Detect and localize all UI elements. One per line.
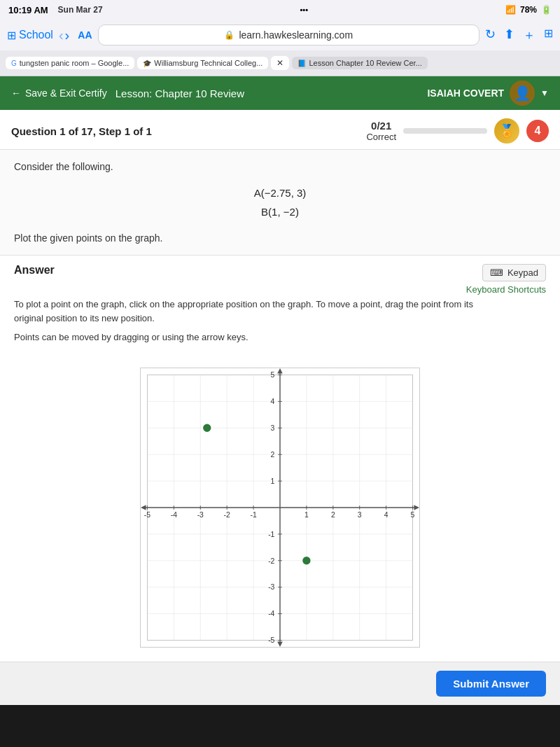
point-a: A(−2.75, 3) xyxy=(14,183,546,202)
battery-icon: 🔋 xyxy=(541,5,552,15)
lesson-title: Lesson: Chapter 10 Review xyxy=(115,88,244,99)
plot-instruction: Plot the given points on the graph. xyxy=(14,232,546,244)
lesson-tab-icon: 📘 xyxy=(298,60,306,67)
forward-button[interactable]: › xyxy=(65,27,70,43)
browser-toolbar: ⊞ School ‹ › AA 🔒 learn.hawkeslearning.c… xyxy=(0,20,560,50)
school-back-button[interactable]: ⊞ School xyxy=(7,29,53,42)
point-b-dot[interactable] xyxy=(302,556,311,565)
back-button[interactable]: ‹ xyxy=(59,27,64,43)
y-axis-down-arrow xyxy=(277,641,283,647)
hearts-badge: 4 xyxy=(526,120,549,142)
svg-text:-3: -3 xyxy=(268,584,274,592)
question-info: Question 1 of 17, Step 1 of 1 xyxy=(11,125,152,137)
tab-lesson-label: Lesson Chapter 10 Review Cer... xyxy=(309,59,421,67)
status-time: 10:19 AM xyxy=(8,5,48,15)
lock-icon: 🔒 xyxy=(224,30,234,40)
browser-chrome: ⊞ School ‹ › AA 🔒 learn.hawkeslearning.c… xyxy=(0,20,560,76)
svg-text:5: 5 xyxy=(411,511,415,519)
keyboard-shortcuts-link[interactable]: Keyboard Shortcuts xyxy=(466,284,546,295)
answer-header: Answer ⌨ Keypad Keyboard Shortcuts xyxy=(14,264,546,295)
graph-container[interactable]: x y -5 -4 -3 -2 -1 1 2 3 xyxy=(0,361,560,662)
score-display: 0/21 Correct xyxy=(366,120,396,142)
svg-text:2: 2 xyxy=(331,511,335,519)
user-name: ISAIAH COVERT xyxy=(427,88,504,99)
save-exit-button[interactable]: ← Save & Exit Certify xyxy=(11,88,107,99)
points-list: A(−2.75, 3) B(1, −2) xyxy=(14,183,546,221)
svg-text:-5: -5 xyxy=(144,511,150,519)
svg-text:-4: -4 xyxy=(268,610,274,617)
coordinate-graph[interactable]: x y -5 -4 -3 -2 -1 1 2 3 xyxy=(140,368,420,648)
submit-answer-button[interactable]: Submit Answer xyxy=(436,671,546,697)
williamsburg-tab-icon: 🎓 xyxy=(143,60,151,67)
question-body: Consider the following. A(−2.75, 3) B(1,… xyxy=(0,150,560,256)
header-right: ISAIAH COVERT 👤 ▼ xyxy=(427,81,549,106)
svg-text:5: 5 xyxy=(271,371,275,379)
instructions-text: To plot a point on the graph, click on t… xyxy=(14,298,490,325)
save-exit-label: Save & Exit Certify xyxy=(25,88,107,99)
keypad-icon: ⌨ xyxy=(490,267,503,278)
tabs-bar: G tungsten panic room – Google... 🎓 Will… xyxy=(0,50,560,76)
svg-text:-5: -5 xyxy=(268,636,274,644)
browser-actions: ↻ ⬆ ＋ ⊞ xyxy=(485,27,553,43)
google-tab-icon: G xyxy=(11,60,17,67)
wifi-icon: 📶 xyxy=(505,5,516,15)
main-content: Question 1 of 17, Step 1 of 1 0/21 Corre… xyxy=(0,110,560,705)
new-tab-button[interactable]: ＋ xyxy=(523,27,536,43)
refresh-button[interactable]: ↻ xyxy=(485,27,496,43)
submit-section: Submit Answer xyxy=(0,662,560,705)
answer-label: Answer xyxy=(14,264,55,277)
svg-text:-1: -1 xyxy=(250,511,256,519)
svg-text:-3: -3 xyxy=(197,511,204,519)
keypad-label: Keypad xyxy=(507,267,538,278)
point-a-dot[interactable] xyxy=(202,424,211,433)
answer-tools: ⌨ Keypad Keyboard Shortcuts xyxy=(466,264,546,295)
y-axis-up-arrow xyxy=(277,368,283,374)
svg-text:1: 1 xyxy=(304,511,309,519)
score-label: Correct xyxy=(366,132,396,142)
svg-text:3: 3 xyxy=(358,511,362,519)
tabs-button[interactable]: ⊞ xyxy=(544,27,553,43)
consider-text: Consider the following. xyxy=(14,161,546,172)
tab-google-label: tungsten panic room – Google... xyxy=(20,59,130,67)
svg-text:-2: -2 xyxy=(268,557,274,565)
question-header: Question 1 of 17, Step 1 of 1 0/21 Corre… xyxy=(0,110,560,150)
user-avatar: 👤 xyxy=(510,81,535,106)
x-axis-left-arrow xyxy=(141,505,146,510)
back-arrow-icon: ← xyxy=(11,88,21,99)
close-tab-icon: ✕ xyxy=(276,58,284,68)
battery-percent: 78% xyxy=(520,5,537,15)
heart-count: 4 xyxy=(535,125,541,137)
score-value: 0/21 xyxy=(366,120,396,132)
share-button[interactable]: ⬆ xyxy=(504,27,514,43)
tab-google[interactable]: G tungsten panic room – Google... xyxy=(6,57,134,69)
answer-section: Answer ⌨ Keypad Keyboard Shortcuts To pl… xyxy=(0,256,560,361)
dropdown-arrow-icon[interactable]: ▼ xyxy=(540,88,549,98)
browser-nav-buttons: ‹ › xyxy=(59,27,69,43)
x-axis-right-arrow xyxy=(414,505,419,510)
svg-text:-2: -2 xyxy=(224,511,230,519)
header-left: ← Save & Exit Certify Lesson: Chapter 10… xyxy=(11,88,244,99)
status-bar: 10:19 AM Sun Mar 27 ••• 📶 78% 🔋 xyxy=(0,0,560,20)
tab-lesson[interactable]: 📘 Lesson Chapter 10 Review Cer... xyxy=(292,57,427,69)
svg-text:-1: -1 xyxy=(268,531,274,538)
svg-text:-4: -4 xyxy=(171,511,177,519)
tab-williamsburg[interactable]: 🎓 Williamsburg Technical Colleg... xyxy=(137,57,268,69)
medal-icon: 🏅 xyxy=(494,118,519,144)
svg-text:1: 1 xyxy=(271,477,275,485)
tab-williamsburg-label: Williamsburg Technical Colleg... xyxy=(154,59,262,67)
grid-icon: ⊞ xyxy=(7,29,16,42)
app-header: ← Save & Exit Certify Lesson: Chapter 10… xyxy=(0,76,560,110)
url-text: learn.hawkeslearning.com xyxy=(239,29,353,41)
status-date: Sun Mar 27 xyxy=(58,5,103,15)
tab-close-tab[interactable]: ✕ xyxy=(271,56,289,70)
point-b: B(1, −2) xyxy=(14,202,546,221)
svg-text:4: 4 xyxy=(271,398,275,405)
progress-bar-container xyxy=(403,128,487,134)
url-bar[interactable]: 🔒 learn.hawkeslearning.com xyxy=(98,25,480,46)
dragging-note: Points can be moved by dragging or using… xyxy=(14,332,546,342)
aa-button[interactable]: AA xyxy=(78,29,92,41)
keypad-button[interactable]: ⌨ Keypad xyxy=(482,264,546,281)
svg-text:2: 2 xyxy=(271,451,275,459)
svg-text:3: 3 xyxy=(271,424,275,432)
status-right: 📶 78% 🔋 xyxy=(505,5,552,15)
